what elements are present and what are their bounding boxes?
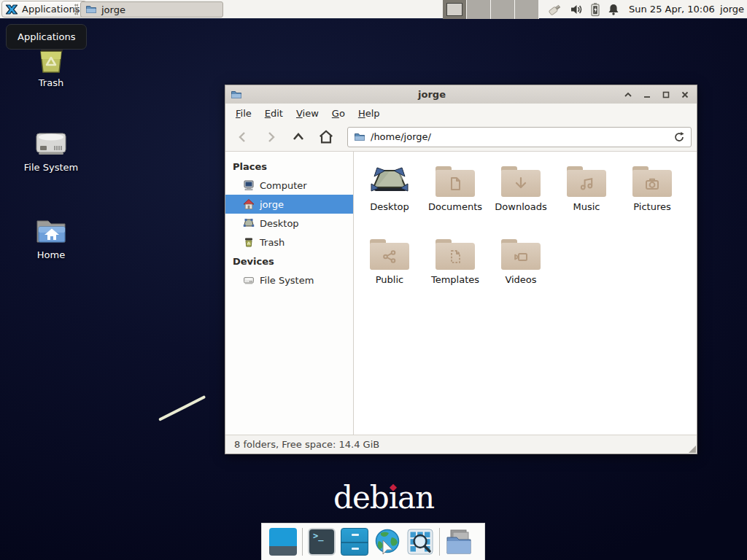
workspace-switcher[interactable] [443, 0, 539, 19]
shade-button[interactable] [622, 88, 635, 101]
file-downloads[interactable]: Downloads [488, 158, 554, 230]
applications-menu-label: Applications [22, 4, 80, 15]
file-desktop[interactable]: Desktop [357, 158, 422, 230]
file-cabinet-icon[interactable] [341, 528, 368, 556]
top-panel: Applications jorge [0, 0, 747, 19]
toolbar: /home/jorge/ [225, 122, 697, 152]
taskbar-handle[interactable] [74, 4, 78, 15]
workspace-3[interactable] [491, 0, 515, 19]
menu-file[interactable]: File [229, 105, 258, 122]
desktop-icon-home[interactable]: Home [16, 217, 86, 260]
status-text: 8 folders, Free space: 14.4 GiB [234, 439, 379, 450]
menu-go[interactable]: Go [325, 105, 352, 122]
file-manager-icon[interactable] [445, 528, 473, 556]
sidebar-item-file-system[interactable]: File System [225, 271, 353, 289]
computer-icon [243, 179, 255, 191]
debian-red-dot: ◆ [390, 481, 396, 492]
volume-icon[interactable] [569, 2, 584, 17]
workspace-1[interactable] [443, 0, 467, 19]
desktop-icon-label: Trash [16, 77, 86, 88]
sidebar-item-trash[interactable]: Trash [225, 233, 353, 252]
file-manager-window: jorge File Edit View Go Help [225, 85, 697, 454]
maximize-button[interactable] [659, 88, 673, 101]
status-bar: 8 folders, Free space: 14.4 GiB [225, 435, 697, 454]
home-button[interactable] [314, 126, 338, 148]
window-titlebar[interactable]: jorge [225, 85, 697, 104]
dock-separator [439, 528, 440, 556]
dock-separator [302, 528, 303, 556]
panel-session-user[interactable]: jorge [720, 0, 744, 19]
folder-videos-icon [501, 239, 541, 270]
file-label: Music [573, 201, 600, 212]
folder-pictures-icon [632, 166, 672, 197]
workspace-4[interactable] [515, 0, 539, 19]
file-public[interactable]: Public [357, 230, 422, 303]
home-icon [243, 198, 255, 210]
file-pictures[interactable]: Pictures [619, 158, 685, 230]
xfce-logo-icon [5, 3, 18, 16]
desktop-icon [243, 217, 255, 229]
places-header: Places [225, 157, 353, 176]
file-label: Documents [428, 201, 482, 212]
window-title: jorge [242, 89, 622, 100]
debian-wordmark: debı◆an [333, 480, 434, 516]
file-music[interactable]: Music [554, 158, 619, 230]
reload-icon[interactable] [673, 131, 685, 143]
window-folder-icon [231, 89, 242, 101]
back-button[interactable] [231, 126, 255, 148]
places-sidebar: Places Computer [225, 152, 354, 435]
battery-icon[interactable] [589, 2, 601, 17]
taskbar-window-button[interactable]: jorge [80, 1, 223, 18]
file-videos[interactable]: Videos [488, 230, 554, 303]
terminal-icon[interactable]: >_ [308, 528, 336, 556]
workspace-window-thumb [446, 3, 462, 16]
sidebar-item-computer[interactable]: Computer [225, 176, 353, 195]
close-button[interactable] [678, 88, 692, 101]
usb-device-icon[interactable] [547, 1, 563, 18]
hard-drive-icon [16, 128, 86, 159]
folder-music-icon [567, 166, 606, 197]
menu-help[interactable]: Help [352, 105, 387, 122]
forward-button[interactable] [258, 126, 283, 148]
web-browser-icon[interactable] [374, 528, 401, 556]
desktop-icon-file-system[interactable]: File System [16, 128, 86, 173]
desktop-icon-label: Home [16, 249, 86, 260]
sidebar-item-label: Trash [260, 237, 285, 248]
desktop-trapezoid-icon [370, 163, 409, 197]
folder-downloads-icon [501, 166, 541, 197]
file-templates[interactable]: Templates [422, 230, 488, 303]
menu-edit[interactable]: Edit [258, 105, 290, 122]
devices-header: Devices [225, 252, 353, 271]
folder-public-icon [370, 239, 409, 270]
show-desktop-icon[interactable] [269, 528, 297, 556]
workspace-2[interactable] [467, 0, 491, 19]
wordmark-text: an [398, 480, 434, 516]
file-label: Pictures [633, 201, 670, 212]
icon-view: Desktop Documents Download [354, 152, 697, 435]
sidebar-item-label: Computer [260, 180, 307, 191]
path-folder-icon [354, 131, 365, 143]
application-finder-icon[interactable] [406, 528, 434, 556]
sidebar-item-jorge[interactable]: jorge [225, 195, 353, 214]
up-button[interactable] [286, 126, 311, 148]
notifications-bell-icon[interactable] [607, 3, 620, 16]
system-tray [547, 0, 620, 19]
trash-icon [243, 236, 255, 248]
file-documents[interactable]: Documents [422, 158, 488, 230]
path-input[interactable]: /home/jorge/ [371, 131, 668, 142]
sidebar-item-desktop[interactable]: Desktop [225, 214, 353, 233]
minimize-button[interactable] [640, 88, 654, 101]
menu-view[interactable]: View [290, 105, 325, 122]
applications-tooltip: Applications [6, 24, 87, 50]
file-label: Downloads [495, 201, 546, 212]
wordmark-text: deb [333, 480, 389, 516]
taskbar-window-label: jorge [101, 4, 125, 15]
path-bar[interactable]: /home/jorge/ [347, 127, 692, 147]
panel-clock[interactable]: Sun 25 Apr, 10:06 [629, 0, 715, 19]
resize-grip[interactable] [689, 446, 696, 453]
sidebar-item-label: Desktop [260, 218, 299, 229]
sidebar-item-label: File System [260, 275, 314, 286]
file-label: Templates [431, 274, 479, 285]
file-label: Videos [505, 274, 536, 285]
bottom-dock: >_ [261, 523, 485, 560]
